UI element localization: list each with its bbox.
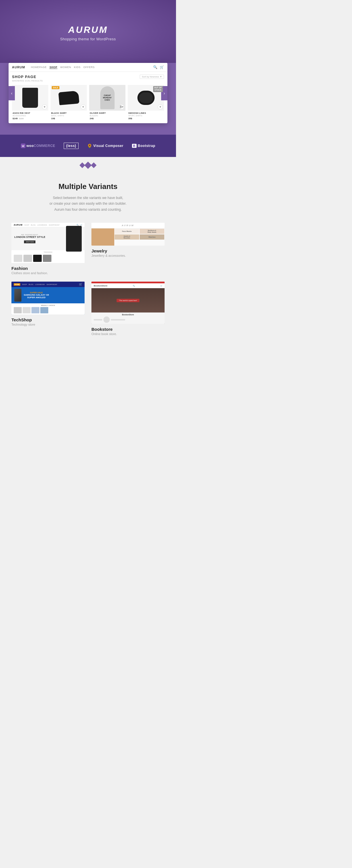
tech-cart-icon: 🛒 <box>79 283 82 286</box>
partners-section: W wooCOMMERCE {less} 🌻 Visual Composer B… <box>0 135 176 157</box>
jewelry-nav: AVRUM <box>91 223 165 228</box>
variant-book: BostonStore 🔍 🛒 "The world is quiet here… <box>91 282 165 336</box>
tech-item-3 <box>31 307 39 313</box>
tech-product-name: SAMSUNG GALAXY S5SUPER AMOLED <box>24 293 49 299</box>
book-hero-image: "The world is quiet here" <box>91 288 165 312</box>
product-price-2: 19$ <box>51 117 86 120</box>
tech-item-4 <box>40 307 48 313</box>
jewelry-logo: AVRUM <box>122 224 134 227</box>
product-name-2: BLACK SHIRT <box>51 112 86 114</box>
product-image-4[interactable]: OUT OFSTOCK + <box>128 85 164 111</box>
product-card-1: + ASOS RIB VEST ACCESSORIES $149 $199 <box>11 84 50 121</box>
product-info-2: BLACK SHIRT BAGS, SHIRTS 19$ <box>51 111 87 120</box>
variants-grid: AURUM SHOP BLOG LOOKBOOK SHOPFRONT 🔍 🛒 W… <box>11 223 165 336</box>
nav-homepage[interactable]: HOMEPAGE <box>31 66 46 69</box>
product-image-1[interactable]: + <box>12 85 48 111</box>
fashion-nav-link1: SHOP <box>24 224 29 226</box>
products-grid: + ASOS RIB VEST ACCESSORIES $149 $199 SA… <box>8 84 167 123</box>
nav-shop[interactable]: SHOP <box>50 66 57 69</box>
fashion-desc: Clothes store and fashion. <box>11 271 85 275</box>
product-category-3: BLAZERS <box>90 115 125 117</box>
book-logo: BostonStore <box>94 284 107 287</box>
product-info-3: OLIVER SHIRT BLAZERS 24$ <box>89 111 125 120</box>
fashion-title: Fashion <box>11 266 85 271</box>
fashion-label: Fashion Clothes store and fashion. <box>11 263 85 275</box>
tech-title: TechShop <box>11 317 85 322</box>
add-to-cart-2[interactable]: + <box>81 104 86 110</box>
variants-title: Multiple Variants <box>11 182 165 191</box>
product-info-4: SWOOSH LINES SPORT, SHIRTS 35$ <box>128 111 164 120</box>
search-icon[interactable]: 🔍 <box>153 65 157 69</box>
fashion-shop-now[interactable]: SHOP NOW <box>24 241 35 243</box>
bracelet-image <box>137 91 155 105</box>
product-image-2[interactable]: SALE + <box>51 85 87 111</box>
woo-icon: W <box>21 144 25 148</box>
fashion-hero-text: LONDON STREET STYLE <box>14 236 45 239</box>
tech-weekly-label: WEEKLY CHOICE <box>14 305 82 306</box>
add-to-cart-1[interactable]: + <box>42 104 47 110</box>
fashion-preview: AURUM SHOP BLOG LOOKBOOK SHOPFRONT 🔍 🛒 W… <box>11 223 85 263</box>
tech-hero: SUPER SALE SAMSUNG GALAXY S5SUPER AMOLED <box>11 287 85 303</box>
nav-links: HOMEPAGE SHOP WOMEN KIDS OFFERS <box>31 66 150 69</box>
jewelry-content: Face Masks Necklaces &Body Jewels Jewelr… <box>91 228 165 246</box>
backpack-image <box>22 88 38 108</box>
shop-showing: SHOWING 2151 RESULTS <box>12 80 43 82</box>
nav-kids[interactable]: KIDS <box>74 66 81 69</box>
sale-badge-2: SALE <box>52 86 59 89</box>
fashion-nav-link3: LOOKBOOK <box>37 224 47 226</box>
product-category-4: SPORT, SHIRTS <box>128 115 163 117</box>
nav-offers[interactable]: OFFERS <box>84 66 95 69</box>
jewelry-cell-bracelets: Jewelry &Bracelets <box>114 234 139 240</box>
nav-women[interactable]: WOMEN <box>60 66 71 69</box>
out-of-stock-badge-4: OUT OFSTOCK <box>153 86 163 92</box>
nav-brand: AURUM <box>12 65 25 69</box>
vc-label: Visual Composer <box>93 144 123 148</box>
product-name-1: ASOS RIB VEST <box>12 112 48 114</box>
fashion-person-image <box>66 226 82 252</box>
add-to-cart-3[interactable]: 8+ <box>119 104 124 110</box>
product-price-3: 24$ <box>90 117 125 120</box>
tech-nav-link4: SHOPFRONT <box>46 284 57 285</box>
hero-section: AURUM Shopping theme for WordPress <box>0 0 176 63</box>
shoe-image <box>58 91 79 105</box>
fashion-brand: AURUM <box>14 224 23 226</box>
variant-card-fashion[interactable]: AURUM SHOP BLOG LOOKBOOK SHOPFRONT 🔍 🛒 W… <box>11 223 85 263</box>
jewelry-cell-necklaces: Necklaces &Body Jewels <box>139 228 165 234</box>
book-bottom: BostonStore <box>91 312 165 324</box>
fashion-nav-link4: SHOPFRONT <box>49 224 60 226</box>
jewelry-cell-watches: Watches <box>139 234 165 240</box>
product-image-3[interactable]: CHEAPMONDAYCHEV 8+ <box>89 85 125 111</box>
book-quote: "The world is quiet here" <box>117 299 140 302</box>
trending-item-1 <box>14 255 22 262</box>
bootstrap-icon: B <box>132 144 136 148</box>
bootstrap-label: Bootstrap <box>138 144 155 148</box>
prev-arrow[interactable]: ‹ <box>8 86 15 100</box>
product-category-2: BAGS, SHIRTS <box>51 115 86 117</box>
fashion-nav-link2: BLOG <box>31 224 36 226</box>
book-lines <box>94 316 162 323</box>
jewelry-preview: AVRUM Face Masks Necklaces &Body Jewels … <box>91 223 165 246</box>
tech-nav-link2: BLOG <box>29 284 33 285</box>
tech-store-badge: STORE <box>14 283 20 286</box>
tech-nav: STORE SHOP BLOG LOOKBOOK SHOPFRONT 🛒 <box>11 282 85 287</box>
product-name-4: SWOOSH LINES <box>128 112 163 114</box>
hero-subtitle: Shopping theme for WordPress <box>60 37 116 41</box>
browser-container: AURUM HOMEPAGE SHOP WOMEN KIDS OFFERS 🔍 … <box>0 63 176 135</box>
product-price-1: $149 $199 <box>12 117 48 120</box>
variant-card-jewelry[interactable]: AVRUM Face Masks Necklaces &Body Jewels … <box>91 223 165 246</box>
book-avatar <box>103 316 110 323</box>
book-search-icon: 🔍 <box>133 285 135 287</box>
tech-preview: STORE SHOP BLOG LOOKBOOK SHOPFRONT 🛒 SUP… <box>11 282 85 314</box>
sort-dropdown[interactable]: Sort by Newness ▼ <box>140 74 164 79</box>
diamond-divider <box>0 157 176 174</box>
add-to-cart-4[interactable]: + <box>158 104 163 110</box>
old-price-1: $199 <box>19 118 24 120</box>
fashion-hero-content: WE REPRESENT LONDON STREET STYLE SHOP NO… <box>14 234 45 244</box>
cart-icon[interactable]: 🛒 <box>160 65 164 69</box>
product-name-3: OLIVER SHIRT <box>90 112 125 114</box>
jewelry-cell-face: Face Masks <box>114 228 139 234</box>
variant-card-tech[interactable]: STORE SHOP BLOG LOOKBOOK SHOPFRONT 🛒 SUP… <box>11 282 85 314</box>
tech-nav-link1: SHOP <box>22 284 27 285</box>
variant-card-book[interactable]: BostonStore 🔍 🛒 "The world is quiet here… <box>91 282 165 324</box>
tech-sale-label: SUPER SALE <box>24 291 49 293</box>
